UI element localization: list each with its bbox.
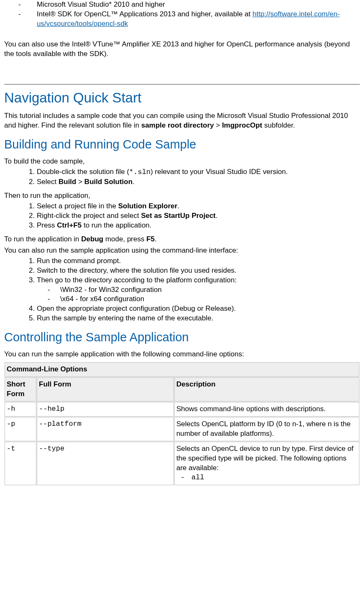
- control-intro: You can run the sample application with …: [4, 350, 360, 359]
- text: >: [214, 121, 222, 129]
- text: Selects an OpenCL device to run by type.…: [176, 445, 354, 472]
- list-item: Switch to the directory, where the solut…: [37, 266, 360, 276]
- text-bold: sample root directory: [141, 121, 214, 129]
- text-bold: Build: [59, 178, 76, 186]
- build-intro: To build the code sample,: [4, 157, 360, 166]
- list-item: Select Build > Build Solution.: [37, 177, 360, 187]
- text: mode, press: [103, 235, 146, 243]
- controlling-heading: Controlling the Sample Application: [4, 329, 360, 345]
- cli-intro: You can also run the sample application …: [4, 246, 360, 256]
- text: Intel® SDK for OpenCL™ Applications 2013…: [37, 10, 252, 18]
- prereq-list: Microsoft Visual Studio* 2010 and higher…: [4, 0, 360, 29]
- text: subfolder.: [262, 121, 295, 129]
- table-title-row: Command-Line Options: [5, 362, 359, 377]
- table-row: -p --platform Selects OpenCL platform by…: [5, 417, 359, 441]
- type-options-list: all: [176, 473, 357, 483]
- text: Select: [37, 178, 59, 186]
- cli-steps-list: Run the command prompt. Switch to the di…: [4, 256, 360, 324]
- debug-paragraph: To run the application in Debug mode, pr…: [4, 235, 360, 244]
- text-bold: Ctrl+F5: [57, 221, 81, 229]
- divider: [4, 84, 360, 84]
- text-bold: Set as StartUp Project: [141, 212, 216, 220]
- text-bold: Solution Explorer: [118, 202, 178, 210]
- cell-desc: Selects an OpenCL device to run by type.…: [174, 442, 359, 485]
- options-table: Command-Line Options Short Form Full For…: [4, 362, 360, 485]
- text: >: [76, 178, 84, 186]
- text: Right-click the project and select: [37, 212, 141, 220]
- platform-sublist: \Win32 - for Win32 configuration \x64 - …: [37, 285, 360, 304]
- text: To run the application in: [4, 235, 81, 243]
- list-item: Double-click the solution file (*.sln) r…: [37, 167, 360, 177]
- vtune-paragraph: You can also use the Intel® VTune™ Ampli…: [4, 40, 360, 59]
- nav-intro-paragraph: This tutorial includes a sample code tha…: [4, 111, 360, 130]
- text: Press: [37, 221, 57, 229]
- col-full-form: Full Form: [37, 377, 174, 402]
- list-item: all: [191, 473, 357, 483]
- text-bold: ImgprocOpt: [222, 121, 262, 129]
- text: Select a project file in the: [37, 202, 118, 210]
- list-item: Select a project file in the Solution Ex…: [37, 202, 360, 211]
- text: Then go to the directory according to th…: [37, 276, 237, 284]
- cell-full: --type: [37, 442, 174, 485]
- cell-desc: Shows command-line options with descript…: [174, 402, 359, 417]
- list-item: \Win32 - for Win32 configuration: [60, 285, 360, 295]
- cell-full: --help: [37, 402, 174, 417]
- col-description: Description: [174, 377, 359, 402]
- col-short-form: Short Form: [5, 377, 36, 402]
- text: .: [177, 202, 179, 210]
- code-text: *.sln: [129, 168, 150, 176]
- list-item: Intel® SDK for OpenCL™ Applications 2013…: [37, 10, 360, 29]
- nav-quick-start-heading: Navigation Quick Start: [4, 89, 360, 107]
- table-header-row: Short Form Full Form Description: [5, 377, 359, 402]
- text: to run the application.: [81, 221, 151, 229]
- list-item: Run the sample by entering the name of t…: [37, 314, 360, 323]
- cell-desc: Selects OpenCL platform by ID (0 to n-1,…: [174, 417, 359, 441]
- list-item: Press Ctrl+F5 to run the application.: [37, 221, 360, 230]
- text-bold: Debug: [81, 235, 103, 243]
- text-bold: F5: [146, 235, 155, 243]
- building-heading: Building and Running Code Sample: [4, 136, 360, 153]
- cell-short: -h: [5, 402, 36, 417]
- text-bold: Build Solution: [84, 178, 132, 186]
- run-intro: Then to run the application,: [4, 191, 360, 201]
- list-item: Microsoft Visual Studio* 2010 and higher: [37, 0, 360, 10]
- cell-full: --platform: [37, 417, 174, 441]
- text: .: [216, 212, 218, 220]
- list-item: Then go to the directory according to th…: [37, 276, 360, 304]
- text: ) relevant to your Visual Studio IDE ver…: [150, 168, 288, 176]
- list-item: \x64 - for x64 configuration: [60, 294, 360, 304]
- table-title: Command-Line Options: [5, 362, 359, 377]
- table-row: -t --type Selects an OpenCL device to ru…: [5, 442, 359, 485]
- list-item: Open the appropriate project configurati…: [37, 304, 360, 314]
- text: .: [155, 235, 157, 243]
- cell-short: -p: [5, 417, 36, 441]
- list-item: Right-click the project and select Set a…: [37, 211, 360, 221]
- run-steps-list: Select a project file in the Solution Ex…: [4, 202, 360, 230]
- text: .: [132, 178, 135, 186]
- list-item: Run the command prompt.: [37, 256, 360, 266]
- text: Double-click the solution file (: [37, 168, 129, 176]
- table-row: -h --help Shows command-line options wit…: [5, 402, 359, 417]
- text: Microsoft Visual Studio* 2010 and higher: [37, 0, 165, 8]
- build-steps-list: Double-click the solution file (*.sln) r…: [4, 167, 360, 187]
- cell-short: -t: [5, 442, 36, 485]
